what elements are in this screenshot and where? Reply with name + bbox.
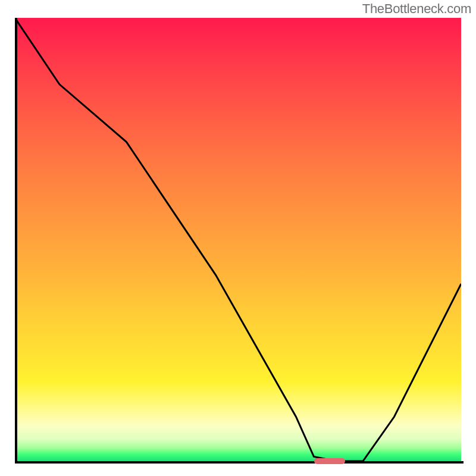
plot-gradient-area xyxy=(15,18,461,461)
x-axis xyxy=(15,461,464,464)
watermark-text: TheBottleneck.com xyxy=(362,1,471,17)
optimal-range-marker xyxy=(314,458,346,464)
bottleneck-chart: TheBottleneck.com xyxy=(0,0,476,476)
y-axis xyxy=(15,18,17,464)
